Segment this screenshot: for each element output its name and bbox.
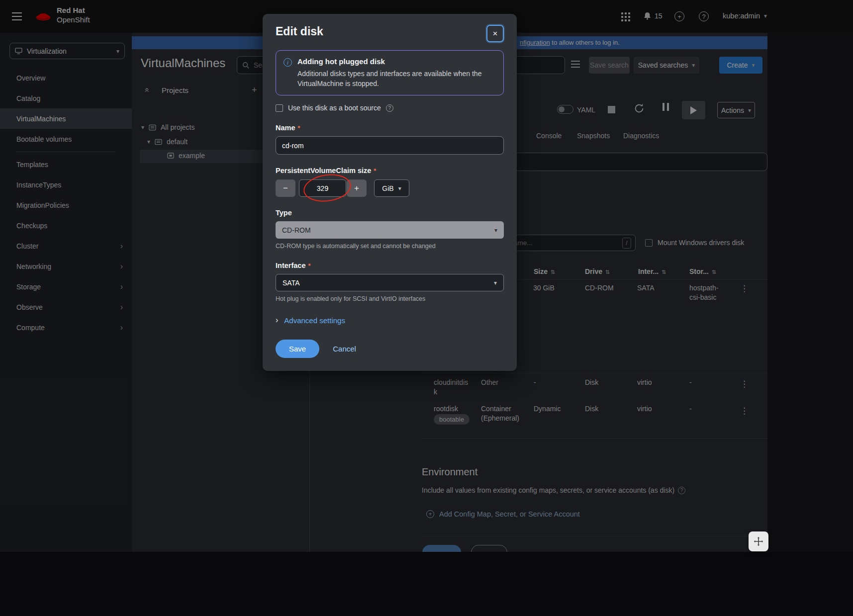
move-icon (753, 536, 764, 547)
alert-description: Additional disks types and interfaces ar… (297, 69, 486, 88)
boot-source-label: Use this disk as a boot source (288, 104, 381, 112)
boot-source-checkbox[interactable] (276, 104, 283, 112)
boot-source-row: Use this disk as a boot source ? (276, 104, 504, 112)
plus-icon: + (354, 183, 359, 193)
chevron-right-icon: › (276, 316, 278, 325)
minus-icon: − (283, 183, 288, 193)
decrement-button[interactable]: − (276, 179, 295, 197)
info-icon: i (284, 58, 292, 67)
increment-button[interactable]: + (347, 179, 367, 197)
unit-label: GiB (382, 184, 393, 192)
required-asterisk: * (374, 167, 376, 175)
modal-actions: Save Cancel (276, 340, 504, 358)
pvc-size-control: − + GiB▾ (276, 179, 504, 197)
edit-disk-modal: Edit disk × i Adding hot plugged disk Ad… (263, 14, 517, 371)
hot-plug-alert: i Adding hot plugged disk Additional dis… (276, 50, 504, 95)
type-label: Type (276, 209, 504, 217)
interface-helper-text: Hot plug is enabled only for SCSI and Vi… (276, 295, 504, 302)
info-glyph: i (287, 60, 288, 66)
name-input[interactable] (276, 136, 504, 155)
type-select: CD-ROM ▾ (276, 221, 504, 239)
type-helper-text: CD-ROM type is automatically set and can… (276, 243, 504, 250)
required-asterisk: * (298, 124, 300, 132)
help-icon[interactable]: ? (386, 104, 393, 112)
type-value: CD-ROM (282, 226, 311, 234)
interface-label: Interface* (276, 262, 504, 269)
advanced-settings-label: Advanced settings (284, 316, 345, 325)
unit-select[interactable]: GiB▾ (374, 179, 409, 197)
pvc-size-label: PersistentVolumeClaim size* (276, 167, 504, 175)
modal-title: Edit disk (276, 25, 323, 38)
openshift-console: Red Hat OpenShift 15 + ? kube:admin ▾ Vi… (0, 0, 853, 616)
close-icon: × (493, 29, 498, 39)
cancel-button[interactable]: Cancel (333, 345, 356, 353)
chevron-down-icon: ▾ (494, 227, 497, 234)
interface-select[interactable]: SATA ▾ (276, 274, 504, 291)
question-glyph: ? (388, 105, 391, 111)
alert-title: Adding hot plugged disk (297, 57, 486, 66)
close-button[interactable]: × (486, 25, 504, 42)
interface-value: SATA (283, 279, 300, 287)
move-button[interactable] (749, 531, 768, 551)
chevron-down-icon: ▾ (494, 279, 497, 286)
chevron-down-icon: ▾ (398, 185, 401, 192)
required-asterisk: * (308, 262, 310, 269)
save-button[interactable]: Save (276, 340, 319, 358)
name-label: Name* (276, 124, 504, 132)
advanced-settings-toggle[interactable]: › Advanced settings (276, 316, 504, 325)
pvc-size-input[interactable] (299, 179, 346, 197)
